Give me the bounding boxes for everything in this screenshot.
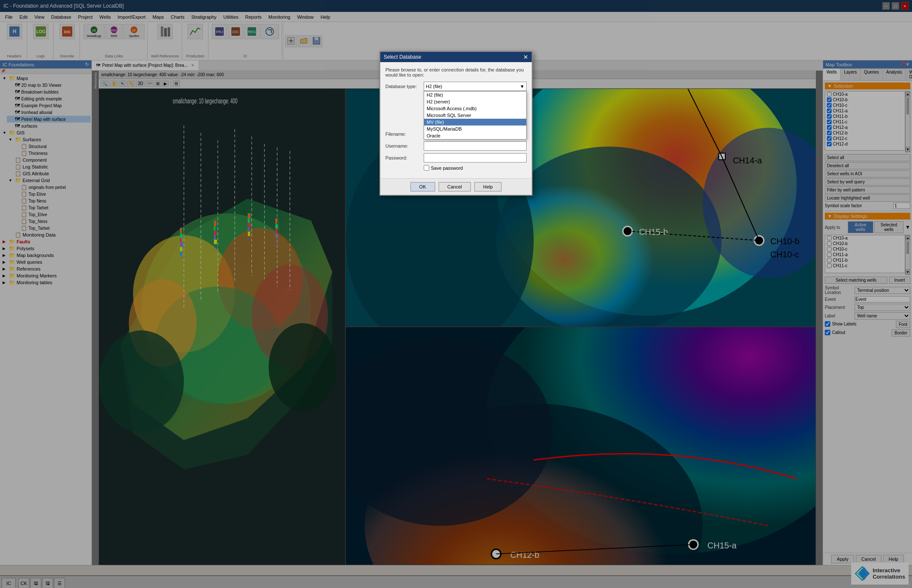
dialog-buttons: OK Cancel Help — [380, 178, 532, 195]
dialog-filename-label: Filename: — [385, 131, 424, 137]
dialog-db-type-dropdown: H2 (file) H2 (server) Microsoft Access (… — [424, 91, 527, 140]
dialog-save-pw-cb[interactable] — [424, 165, 429, 171]
dialog-ok-btn[interactable]: OK — [410, 182, 435, 191]
dropdown-mv-file[interactable]: MV (file) — [424, 119, 526, 126]
dropdown-ms-sql[interactable]: Microsoft SQL Server — [424, 112, 526, 119]
dialog-save-pw-label: Save password — [431, 166, 463, 171]
dialog-help-btn[interactable]: Help — [474, 182, 502, 191]
dialog-db-type-field: Database type: H2 (file) ▼ H2 (file) H2 … — [385, 82, 527, 91]
dialog-title-text: Select Database — [384, 54, 421, 60]
dropdown-oracle[interactable]: Oracle — [424, 132, 526, 139]
dropdown-h2-file[interactable]: H2 (file) — [424, 91, 526, 98]
dialog-close-btn[interactable]: ✕ — [523, 54, 528, 60]
dialog-username-input[interactable] — [424, 141, 527, 151]
dialog-body: Please browse to, or enter connection de… — [380, 62, 532, 178]
dialog-db-type-selector[interactable]: H2 (file) ▼ — [424, 82, 527, 91]
dialog-password-field: Password: — [385, 153, 527, 163]
dialog-overlay: Select Database ✕ Please browse to, or e… — [0, 0, 912, 588]
select-database-dialog: Select Database ✕ Please browse to, or e… — [379, 51, 533, 196]
dialog-password-input[interactable] — [424, 153, 527, 163]
dialog-username-field: Username: — [385, 141, 527, 151]
dialog-username-label: Username: — [385, 143, 424, 148]
dialog-cancel-btn[interactable]: Cancel — [439, 182, 471, 191]
dialog-db-type-value: H2 (file) — [426, 84, 520, 89]
dialog-db-type-label: Database type: — [385, 84, 424, 89]
dialog-title-bar: Select Database ✕ — [380, 52, 532, 62]
dialog-db-type-wrapper: H2 (file) ▼ H2 (file) H2 (server) Micros… — [424, 82, 527, 91]
dialog-save-pw-row: Save password — [385, 165, 527, 171]
dropdown-ms-access[interactable]: Microsoft Access (.mdb) — [424, 105, 526, 112]
dropdown-h2-server[interactable]: H2 (server) — [424, 98, 526, 105]
dialog-description: Please browse to, or enter connection de… — [385, 67, 527, 77]
dropdown-mysql[interactable]: MySQL/MariaDB — [424, 126, 526, 132]
dialog-password-label: Password: — [385, 155, 424, 160]
dialog-db-type-arrow: ▼ — [520, 84, 524, 89]
